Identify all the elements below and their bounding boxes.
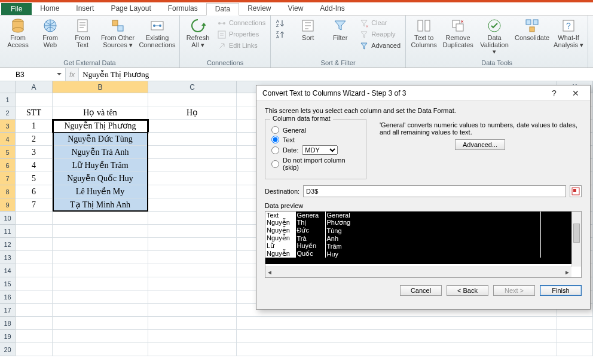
row-2[interactable]: 2 [0,106,16,120]
cell[interactable] [16,225,53,238]
tab-home[interactable]: Home [32,3,68,15]
scroll-right-icon[interactable]: ► [564,269,570,276]
cell[interactable] [53,304,148,317]
row-8[interactable]: 8 [0,185,16,198]
finish-button[interactable]: Finish [540,285,582,296]
scroll-left-icon[interactable]: ◄ [267,269,273,276]
preview-col-header[interactable]: General [325,212,540,219]
cell[interactable] [148,290,237,304]
cell[interactable] [16,290,53,304]
row-11[interactable]: 11 [0,225,16,238]
cell[interactable]: Lê Huyền My [53,185,148,198]
cell[interactable]: 5 [16,172,53,185]
cell[interactable] [53,277,148,290]
cell[interactable]: 3 [16,146,53,159]
cell[interactable] [557,317,593,330]
btn-sort-za[interactable]: ZA [274,29,290,40]
btn-remove-duplicates[interactable]: Remove Duplicates [442,17,474,59]
scrollbar-thumb[interactable] [573,224,580,243]
cell[interactable]: 7 [16,198,53,212]
preview-hscrollbar[interactable]: ◄► [265,267,571,277]
cell[interactable]: Họ [148,106,237,120]
cell[interactable] [53,251,148,264]
cell[interactable]: 1 [16,120,53,133]
cell[interactable] [16,251,53,264]
row-1[interactable]: 1 [0,93,16,106]
radio-text[interactable]: Text [271,136,360,143]
btn-from-text[interactable]: From Text [68,17,97,59]
cell[interactable] [148,133,237,146]
cell[interactable]: 6 [16,185,53,198]
cell[interactable] [16,277,53,290]
cell[interactable] [53,290,148,304]
cell[interactable] [53,225,148,238]
fx-icon[interactable]: fx [69,71,75,79]
cell[interactable] [16,212,53,225]
col-A[interactable]: A [16,81,53,93]
next-button[interactable]: Next > [493,285,535,296]
row-15[interactable]: 15 [0,277,16,290]
btn-edit-links[interactable]: Edit Links [216,41,267,51]
btn-from-other[interactable]: From Other Sources ▾ [100,17,135,59]
btn-consolidate[interactable]: Consolidate [515,17,549,59]
row-6[interactable]: 6 [0,159,16,172]
cell[interactable] [53,317,148,330]
btn-filter[interactable]: Filter [326,17,354,59]
cell[interactable] [148,317,237,330]
tab-file[interactable]: File [1,3,32,15]
col-C[interactable]: C [148,81,237,93]
cell[interactable] [16,317,53,330]
btn-advanced-filter[interactable]: Advanced [358,41,402,51]
row-5[interactable]: 5 [0,146,16,159]
cell[interactable] [16,238,53,251]
cell[interactable] [53,93,148,106]
row-4[interactable]: 4 [0,133,16,146]
cancel-button[interactable]: Cancel [400,285,442,296]
data-preview[interactable]: Text Genera General NguyễnThịPhương Nguy… [265,211,582,278]
radio-general-input[interactable] [271,126,279,134]
cell[interactable] [148,251,237,264]
row-16[interactable]: 16 [0,290,16,304]
tab-view[interactable]: View [280,3,312,15]
cell[interactable]: Nguyễn Trà Anh [53,146,148,159]
select-all-corner[interactable] [0,81,16,93]
preview-vscrollbar[interactable] [571,212,581,267]
tab-formulas[interactable]: Formulas [160,3,206,15]
cell[interactable] [148,198,237,212]
radio-text-input[interactable] [271,136,279,143]
cell-active[interactable]: Nguyễn Thị Phương [53,120,148,133]
cell[interactable] [53,330,148,343]
dialog-titlebar[interactable]: Convert Text to Columns Wizard - Step 3 … [256,85,590,101]
formula-input[interactable]: Nguyễn Thị Phương [79,68,593,81]
tab-insert[interactable]: Insert [68,3,102,15]
btn-what-if[interactable]: ?What-If Analysis ▾ [553,17,584,59]
cell[interactable] [148,120,237,133]
cell[interactable] [16,330,53,343]
cell[interactable]: 2 [16,133,53,146]
name-box[interactable]: B3 [0,68,66,81]
close-button[interactable]: ✕ [565,88,586,98]
radio-general[interactable]: General [271,126,360,134]
cell[interactable]: Nguyễn Đức Tùng [53,133,148,146]
row-19[interactable]: 19 [0,330,16,343]
cell[interactable] [148,185,237,198]
row-18[interactable]: 18 [0,317,16,330]
cell[interactable] [53,343,148,356]
row-13[interactable]: 13 [0,251,16,264]
radio-skip-input[interactable] [271,160,279,168]
radio-skip[interactable]: Do not import column (skip) [271,157,360,171]
cell[interactable] [148,277,237,290]
cell[interactable] [148,264,237,277]
cell[interactable] [148,172,237,185]
btn-connections[interactable]: Connections [216,18,267,29]
preview-col-header[interactable]: Text [265,212,295,219]
cell[interactable] [148,159,237,172]
cell[interactable]: Lữ Huyền Trâm [53,159,148,172]
btn-from-access[interactable]: From Access [4,17,32,59]
tab-data[interactable]: Data [206,3,239,16]
row-17[interactable]: 17 [0,304,16,317]
cell[interactable]: Họ và tên [53,106,148,120]
btn-reapply[interactable]: Reapply [358,29,402,40]
cell[interactable] [148,330,237,343]
date-format-select[interactable]: MDY [302,145,338,155]
